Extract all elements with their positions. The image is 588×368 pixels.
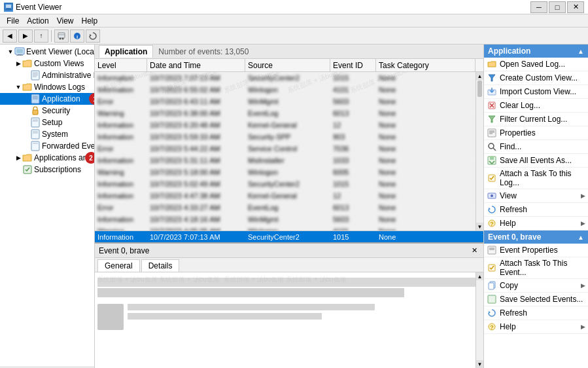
sidebar-item-event-viewer-local[interactable]: ▼ Event Viewer (Local) (0, 46, 94, 58)
svg-rect-24 (31, 118, 39, 127)
action-refresh[interactable]: Refresh (484, 203, 588, 217)
table-row[interactable]: Warning10/7/2023 4:05:05 AMWinlogon4101N… (95, 225, 483, 230)
expand-btn-custom-views[interactable]: ▶ (14, 60, 22, 67)
top-panel-table: Level Date and Time Source Event ID Task… (95, 59, 483, 230)
action-help2[interactable]: ? Help ▶ (484, 320, 588, 334)
application-tab[interactable]: Application (99, 45, 153, 58)
action-copy[interactable]: Copy ▶ (484, 279, 588, 293)
sidebar-item-administrative-events[interactable]: Administrative Events (0, 69, 94, 81)
action-event-properties[interactable]: Event Properties (484, 244, 588, 257)
table-row[interactable]: Warning10/7/2023 6:38:00 AMEventLog6013N… (95, 107, 483, 119)
table-row[interactable]: Error10/7/2023 6:43:11 AMWinMgmt5603None (95, 96, 483, 107)
table-cell: 10/7/2023 5:44:22 AM (147, 145, 245, 153)
maximize-button[interactable]: □ (549, 1, 566, 13)
sidebar-item-setup[interactable]: Setup (0, 117, 94, 128)
sidebar-item-subscriptions[interactable]: Subscriptions (0, 164, 94, 175)
menu-help[interactable]: Help (78, 15, 102, 27)
bottom-content-row1 (97, 278, 481, 287)
col-header-eventid[interactable]: Event ID (330, 59, 376, 71)
table-row[interactable]: Warning10/7/2023 5:18:00 AMWinlogon6005N… (95, 166, 483, 178)
action-attach-task-log[interactable]: Attach a Task To this Log... (484, 168, 588, 189)
bottom-content: 系统部落 × 汤bu低落 系统部落 × 汤bu低落 系统部落 × 汤bu低落 系… (95, 272, 483, 368)
action-view[interactable]: View ▶ (484, 189, 588, 203)
sidebar-item-application[interactable]: Application 1 (0, 93, 94, 105)
scroll-up-btn[interactable]: ▲ (476, 72, 483, 80)
table-row[interactable]: Information10/7/2023 5:02:49 AMSecurityC… (95, 178, 483, 190)
table-row[interactable]: Information10/7/2023 7:07:13 AMSecurityC… (95, 72, 483, 84)
menu-view[interactable]: View (53, 15, 78, 27)
actions-section-header-event[interactable]: Event 0, brave ▲ (484, 230, 588, 244)
svg-line-44 (493, 148, 496, 151)
minimize-button[interactable]: ─ (530, 1, 547, 13)
log-icon-setup (30, 117, 41, 128)
action-help[interactable]: ? Help ▶ (484, 217, 588, 230)
sidebar-item-forwarded-events[interactable]: Forwarded Events (0, 140, 94, 152)
sidebar-item-custom-views[interactable]: ▶ Custom Views (0, 58, 94, 69)
scroll-track[interactable] (476, 98, 483, 223)
actions-section-header-application[interactable]: Application ▲ (484, 45, 588, 58)
tab-general[interactable]: General (97, 259, 140, 272)
expand-btn-windows-logs[interactable]: ▼ (14, 83, 22, 91)
table-row[interactable]: Error10/7/2023 5:44:22 AMService Control… (95, 143, 483, 155)
action-open-saved-log[interactable]: Open Saved Log... (484, 58, 588, 71)
top-panel-header: Application Number of events: 13,050 (95, 45, 483, 59)
action-save-all-events[interactable]: Save All Events As... (484, 154, 588, 168)
bottom-icon1 (97, 304, 124, 330)
actions-section-collapse-application[interactable]: ▲ (578, 48, 584, 55)
action-refresh2[interactable]: Refresh (484, 306, 588, 320)
table-cell: 4101 (330, 86, 376, 94)
table-row[interactable]: Information10/7/2023 4:18:16 AMWinMgmt56… (95, 213, 483, 225)
table-row[interactable]: Information10/7/2023 6:55:02 AMWinlogon4… (95, 84, 483, 96)
sidebar-item-windows-logs[interactable]: ▼ Windows Logs (0, 81, 94, 93)
toolbar-action[interactable] (54, 29, 69, 43)
expand-btn-app-services[interactable]: ▶ (14, 154, 22, 162)
toolbar-back[interactable]: ◀ (3, 29, 17, 43)
sidebar-scroll[interactable]: ▼ Event Viewer (Local) ▶ Custom Views (0, 46, 94, 367)
action-import-custom-view[interactable]: Import Custom View... (484, 85, 588, 99)
table-row[interactable]: Information10/7/2023 5:31:11 AMMsiInstal… (95, 155, 483, 166)
log-icon-application (30, 94, 41, 104)
tab-details[interactable]: Details (141, 259, 180, 272)
action-attach-task-event[interactable]: Attach Task To This Event... (484, 257, 588, 279)
sidebar-label-application: Application (42, 94, 80, 103)
action-save-selected-events[interactable]: Save Selected Events... (484, 293, 588, 306)
toolbar-blue[interactable]: i (70, 29, 84, 43)
col-header-taskcategory[interactable]: Task Category (376, 59, 476, 71)
col-header-source[interactable]: Source (245, 59, 330, 71)
toolbar-refresh[interactable] (86, 29, 100, 43)
table-row[interactable]: Information10/7/2023 6:20:48 AMKernel-Ge… (95, 119, 483, 131)
table-row[interactable]: Information10/7/2023 5:59:33 AMSecurity-… (95, 131, 483, 143)
menu-file[interactable]: File (3, 15, 23, 27)
sidebar-item-system[interactable]: System (0, 128, 94, 140)
table-body[interactable]: 系统部落 × 汤bu低落 系统部落 × 汤bu低落 系统部落 × 汤bu低落 系… (95, 72, 483, 230)
svg-marker-38 (489, 116, 495, 122)
col-header-datetime[interactable]: Date and Time (147, 59, 245, 71)
action-find[interactable]: Find... (484, 140, 588, 154)
action-properties[interactable]: Properties (484, 126, 588, 140)
action-clear-log[interactable]: Clear Log... (484, 99, 588, 113)
selected-table-row[interactable]: Information 10/7/2023 7:07:13 AM Securit… (95, 230, 483, 242)
table-row[interactable]: Error10/7/2023 4:33:27 AMEventLog6013Non… (95, 202, 483, 213)
bottom-scroll-up[interactable]: ▲ (476, 272, 483, 280)
scroll-down-btn[interactable]: ▼ (476, 223, 483, 230)
sidebar-item-app-services-logs[interactable]: ▶ Applications and Services Lo... 2 (0, 152, 94, 164)
toolbar-forward[interactable]: ▶ (18, 29, 33, 43)
log-icon-admin (30, 70, 41, 81)
col-header-level[interactable]: Level (95, 59, 147, 71)
vertical-scrollbar[interactable]: ▲ ▼ (476, 72, 483, 230)
action-filter-current-log[interactable]: Filter Current Log... (484, 113, 588, 126)
svg-rect-2 (6, 9, 11, 9)
close-button[interactable]: ✕ (567, 1, 584, 13)
sidebar-item-security[interactable]: Security (0, 105, 94, 117)
bottom-scroll-down[interactable]: ▼ (476, 360, 483, 368)
bottom-close-btn[interactable]: ✕ (469, 246, 479, 256)
actions-section-collapse-event[interactable]: ▲ (578, 234, 584, 241)
toolbar-up[interactable]: ↑ (34, 29, 48, 43)
action-create-custom-view[interactable]: Create Custom View... (484, 71, 588, 85)
menu-action[interactable]: Action (23, 15, 52, 27)
save-all-icon (487, 155, 497, 166)
table-row[interactable]: Information10/7/2023 4:47:38 AMKernel-Ge… (95, 190, 483, 202)
bottom-scrollbar[interactable]: ▲ ▼ (476, 272, 483, 368)
expand-btn[interactable]: ▼ (7, 48, 14, 56)
scroll-thumb-top[interactable] (477, 81, 482, 97)
